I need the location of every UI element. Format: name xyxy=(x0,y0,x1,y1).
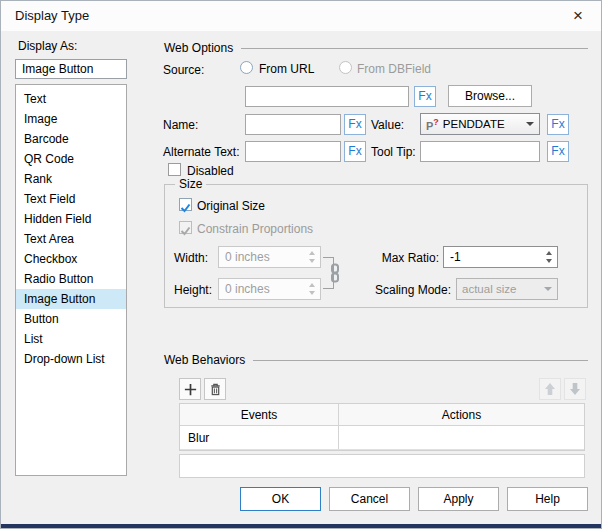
apply-button[interactable]: Apply xyxy=(418,487,499,511)
cancel-button[interactable]: Cancel xyxy=(329,487,410,511)
help-button[interactable]: Help xyxy=(507,487,588,511)
value-combo-text: PENDDATE xyxy=(443,118,505,130)
behaviors-table-empty-area xyxy=(179,454,585,478)
dialog-title: Display Type xyxy=(15,8,89,23)
arrow-down-icon xyxy=(567,381,583,397)
original-size-label[interactable]: Original Size xyxy=(197,199,265,213)
display-as-list-item[interactable]: Button xyxy=(16,309,126,329)
max-ratio-value: -1 xyxy=(450,250,461,264)
display-as-list: TextImageBarcodeQR CodeRankText FieldHid… xyxy=(15,84,127,476)
actions-column-header: Actions xyxy=(339,404,584,425)
source-label: Source: xyxy=(163,63,204,77)
height-label: Height: xyxy=(174,283,212,297)
spinner-arrows-icon xyxy=(305,280,318,298)
header-rule xyxy=(241,48,588,49)
display-as-list-item[interactable]: Hidden Field xyxy=(16,209,126,229)
display-as-list-item[interactable]: List xyxy=(16,329,126,349)
display-as-list-item[interactable]: Barcode xyxy=(16,129,126,149)
ok-button[interactable]: OK xyxy=(240,487,321,511)
parameter-icon: P? xyxy=(426,117,439,132)
display-as-list-item[interactable]: Image xyxy=(16,109,126,129)
display-as-list-item[interactable]: Text Area xyxy=(16,229,126,249)
size-group-title: Size xyxy=(175,177,206,191)
tool-tip-label: Tool Tip: xyxy=(371,145,416,159)
display-as-list-item[interactable]: Image Button xyxy=(16,289,126,309)
constrain-proportions-label: Constrain Proportions xyxy=(197,222,313,236)
original-size-checkbox[interactable] xyxy=(179,198,192,211)
display-as-list-item[interactable]: QR Code xyxy=(16,149,126,169)
title-bar[interactable]: Display Type × xyxy=(1,1,601,31)
dropdown-arrow-icon xyxy=(544,287,552,295)
name-input[interactable] xyxy=(245,114,341,135)
display-as-list-item[interactable]: Text Field xyxy=(16,189,126,209)
web-options-title: Web Options xyxy=(164,41,233,55)
from-url-label[interactable]: From URL xyxy=(259,62,314,76)
width-label: Width: xyxy=(174,251,208,265)
web-behaviors-header: Web Behaviors xyxy=(164,353,588,367)
url-input[interactable] xyxy=(245,86,409,107)
constrain-proportions-checkbox xyxy=(179,221,192,234)
from-url-radio[interactable] xyxy=(240,61,253,74)
height-spinner: 0 inches xyxy=(218,278,321,300)
from-dbfield-radio xyxy=(339,61,352,74)
web-options-header: Web Options xyxy=(164,41,588,55)
move-down-button xyxy=(564,378,586,400)
tool-tip-input[interactable] xyxy=(420,141,540,162)
events-column-header: Events xyxy=(180,404,339,425)
max-ratio-label: Max Ratio: xyxy=(353,251,439,265)
check-icon xyxy=(180,202,191,213)
alternate-text-input[interactable] xyxy=(245,141,341,162)
width-value: 0 inches xyxy=(225,250,270,264)
dropdown-arrow-icon xyxy=(526,122,534,130)
name-label: Name: xyxy=(163,118,198,132)
behaviors-table-body: Blur xyxy=(180,426,584,450)
browse-button[interactable]: Browse... xyxy=(448,85,532,107)
behaviors-table: Events Actions Blur xyxy=(179,403,585,451)
check-icon xyxy=(180,225,191,236)
table-header: Events Actions xyxy=(180,404,584,426)
chain-link-icon xyxy=(329,263,341,283)
delete-behavior-button[interactable] xyxy=(204,378,226,400)
display-type-dialog: Display Type × Display As: TextImageBarc… xyxy=(0,0,602,529)
plus-icon xyxy=(183,382,198,397)
trash-icon xyxy=(208,382,223,397)
spinner-arrows-icon[interactable] xyxy=(542,248,555,266)
value-combo[interactable]: P? PENDDATE xyxy=(420,113,540,135)
url-fx-button[interactable]: Fx xyxy=(414,86,436,107)
display-as-input[interactable] xyxy=(15,59,127,79)
display-as-list-item[interactable]: Checkbox xyxy=(16,249,126,269)
value-label: Value: xyxy=(371,118,404,132)
window-bottom-edge xyxy=(1,524,602,528)
from-dbfield-label: From DBField xyxy=(357,62,431,76)
action-cell[interactable] xyxy=(339,426,584,449)
tool-tip-fx-button[interactable]: Fx xyxy=(547,141,569,162)
display-as-list-item[interactable]: Text xyxy=(16,89,126,109)
web-behaviors-title: Web Behaviors xyxy=(164,353,245,367)
height-value: 0 inches xyxy=(225,282,270,296)
spinner-arrows-icon xyxy=(305,248,318,266)
alternate-text-fx-button[interactable]: Fx xyxy=(344,141,366,162)
behavior-row[interactable]: Blur xyxy=(180,426,584,450)
scaling-mode-value: actual size xyxy=(462,283,516,295)
event-cell[interactable]: Blur xyxy=(180,426,339,449)
value-fx-button[interactable]: Fx xyxy=(547,114,569,135)
disabled-label[interactable]: Disabled xyxy=(187,164,234,178)
display-as-label: Display As: xyxy=(18,39,77,53)
width-spinner: 0 inches xyxy=(218,246,321,268)
disabled-checkbox[interactable] xyxy=(168,163,181,176)
display-as-list-item[interactable]: Rank xyxy=(16,169,126,189)
max-ratio-spinner[interactable]: -1 xyxy=(443,246,558,268)
alternate-text-label: Alternate Text: xyxy=(163,145,240,159)
scaling-mode-label: Scaling Mode: xyxy=(343,283,451,297)
display-as-list-item[interactable]: Drop-down List xyxy=(16,349,126,369)
display-as-list-item[interactable]: Radio Button xyxy=(16,269,126,289)
scaling-mode-combo: actual size xyxy=(456,278,558,300)
close-icon[interactable]: × xyxy=(567,5,589,27)
header-rule xyxy=(253,360,588,361)
arrow-up-icon xyxy=(542,381,558,397)
move-up-button xyxy=(539,378,561,400)
add-behavior-button[interactable] xyxy=(179,378,201,400)
name-fx-button[interactable]: Fx xyxy=(344,114,366,135)
